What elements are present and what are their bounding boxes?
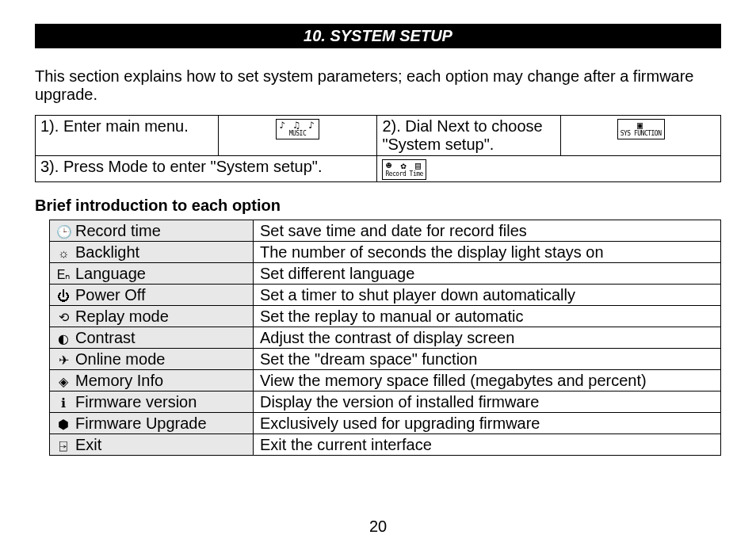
option-row: ℹFirmware versionDisplay the version of … [50,391,721,413]
steps-table: 1). Enter main menu. ♪ ♫ ♪ MUSIC 2). Dia… [35,115,721,182]
step-2-text: 2). Dial Next to choose "System setup". [377,116,561,156]
step-1-text: 1). Enter main menu. [36,116,219,156]
option-desc: Set the "dream space" function [254,349,721,370]
option-icon: ⏻ [56,288,71,305]
intro-text: This section explains how to set system … [35,67,721,104]
option-name-cell: ⏻Power Off [50,285,254,306]
option-name: Language [75,265,146,282]
option-row: ⬢Firmware UpgradeExclusively used for up… [50,413,721,434]
option-row: ⍈ExitExit the current interface [50,434,721,456]
option-row: 🕒Record timeSet save time and date for r… [50,220,721,242]
option-name-cell: ✈Online mode [50,349,254,370]
option-desc: Exclusively used for upgrading firmware [254,413,721,434]
option-name: Backlight [75,243,139,261]
option-name-cell: ☼Backlight [50,242,254,263]
option-icon: ⟲ [56,310,71,327]
option-desc: Exit the current interface [254,434,721,456]
option-name-cell: ⬢Firmware Upgrade [50,413,254,434]
option-name: Exit [75,436,101,453]
option-row: ◐ContrastAdjust the contrast of display … [50,327,721,349]
option-desc: Adjust the contrast of display screen [254,327,721,349]
option-desc: View the memory space filled (megabytes … [254,370,721,391]
step-3-glyphs: ☻ ✿ ▤ [386,160,422,171]
option-desc: Set different language [254,263,721,285]
page-number: 20 [0,518,756,536]
option-icon: 🕒 [56,224,71,241]
option-icon: ◈ [56,374,71,391]
option-name: Record time [75,222,161,239]
option-icon: ℹ [56,395,71,412]
step-2-glyphs: ▣ [637,120,644,131]
option-name: Firmware version [75,393,197,411]
option-row: ◈Memory InfoView the memory space filled… [50,370,721,391]
option-name-cell: ⟲Replay mode [50,306,254,327]
option-row: ☼BacklightThe number of seconds the disp… [50,242,721,263]
option-icon: ⍈ [56,438,71,455]
option-name-cell: EₙLanguage [50,263,254,285]
step-3-image: ☻ ✿ ▤ Record Time [377,156,721,182]
option-desc: Set save time and date for record files [254,220,721,242]
option-icon: ◐ [56,331,71,348]
option-icon: ☼ [56,246,71,262]
step-2-image: ▣ SYS FUNCTION [561,116,721,156]
option-name: Memory Info [75,372,163,389]
option-icon: ✈ [56,353,71,369]
section-header: 10. SYSTEM SETUP [35,24,721,48]
option-icon: ⬢ [56,417,71,434]
option-row: EₙLanguageSet different language [50,263,721,285]
option-name-cell: ⍈Exit [50,434,254,456]
step-2-label: SYS FUNCTION [620,131,662,138]
option-name: Power Off [75,286,146,304]
step-3-text: 3). Press Mode to enter "System setup". [36,156,377,182]
step-1-image: ♪ ♫ ♪ MUSIC [218,116,377,156]
option-desc: Set the replay to manual or automatic [254,306,721,327]
option-name: Online mode [75,350,165,368]
options-subheader: Brief introduction to each option [35,197,721,215]
option-row: ⏻Power OffSet a timer to shut player dow… [50,285,721,306]
option-icon: Eₙ [56,267,71,284]
option-name: Firmware Upgrade [75,414,207,432]
option-name: Contrast [75,329,136,346]
option-name-cell: ◐Contrast [50,327,254,349]
option-name-cell: 🕒Record time [50,220,254,242]
option-name: Replay mode [75,307,169,325]
option-desc: The number of seconds the display light … [254,242,721,263]
option-name-cell: ◈Memory Info [50,370,254,391]
option-name-cell: ℹFirmware version [50,391,254,413]
step-3-label: Record Time [385,171,422,178]
option-row: ⟲Replay modeSet the replay to manual or … [50,306,721,327]
step-1-label: MUSIC [279,131,315,138]
option-row: ✈Online modeSet the "dream space" functi… [50,349,721,370]
step-1-glyphs: ♪ ♫ ♪ [279,120,315,131]
options-table: 🕒Record timeSet save time and date for r… [49,220,721,456]
option-desc: Display the version of installed firmwar… [254,391,721,413]
option-desc: Set a timer to shut player down automati… [254,285,721,306]
